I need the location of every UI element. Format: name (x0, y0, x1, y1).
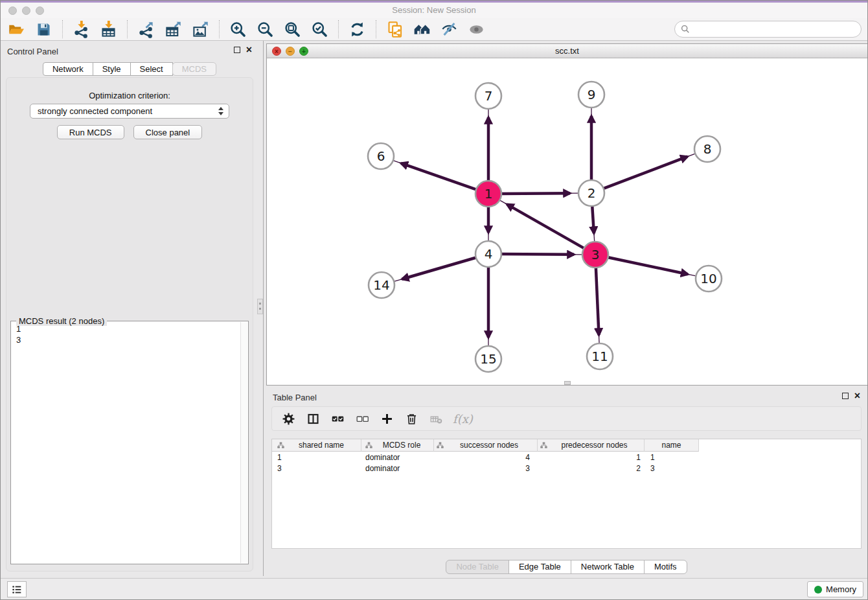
import-network-button[interactable] (69, 19, 93, 39)
open-session-button[interactable] (5, 19, 29, 39)
graph-edge[interactable] (596, 266, 599, 335)
function-builder-icon-disabled: f(x) (453, 412, 473, 426)
delete-row-icon[interactable] (404, 411, 419, 426)
table-browser-tabs: Node Table Edge Table Network Table Moti… (266, 560, 867, 574)
graph-node-label: 11 (591, 349, 608, 364)
toolbar-separator (219, 20, 220, 38)
split-view-icon[interactable] (305, 411, 321, 426)
refresh-view-button[interactable] (345, 19, 369, 39)
float-table-panel-icon[interactable] (842, 393, 849, 399)
table-cell[interactable]: 1 (272, 453, 361, 462)
show-panels-button[interactable] (464, 19, 488, 39)
optimization-criterion-label: Optimization criterion: (6, 91, 253, 100)
control-panel-tabs: Network Style Select MCDS (1, 62, 258, 76)
table-header-row: shared name MCDS role successor nodes pr… (272, 439, 861, 452)
panel-splitter[interactable] (263, 41, 264, 576)
close-panel-button[interactable]: Close panel (133, 125, 203, 139)
tab-motifs[interactable]: Motifs (644, 560, 687, 574)
graph-edge[interactable] (402, 257, 477, 279)
hide-panels-button[interactable] (437, 19, 461, 39)
add-row-icon[interactable] (379, 411, 394, 426)
graph-node-label: 9 (588, 87, 596, 102)
graph-edge[interactable] (592, 205, 594, 233)
tab-edge-table[interactable]: Edge Table (508, 560, 571, 574)
toolbar-separator (376, 20, 376, 38)
graph-edge[interactable] (401, 163, 477, 190)
canvas-splitter-handle[interactable] (564, 381, 571, 385)
table-cell[interactable]: 1 (645, 453, 699, 462)
mcds-result-node: 3 (11, 334, 240, 345)
memory-label: Memory (826, 584, 856, 594)
graph-node-label: 2 (588, 185, 596, 201)
column-header-successor-nodes[interactable]: successor nodes (434, 439, 538, 452)
column-header-name[interactable]: name (645, 439, 699, 452)
home-view-button[interactable] (410, 19, 434, 39)
selected-option-label: strongly connected component (38, 106, 218, 116)
search-input[interactable] (693, 23, 861, 36)
tab-network[interactable]: Network (43, 62, 93, 76)
zoom-selected-button[interactable] (308, 19, 332, 39)
close-panel-icon[interactable]: × (246, 46, 252, 54)
graph-edge[interactable] (602, 157, 687, 189)
export-network-button[interactable] (134, 19, 158, 39)
attribute-icon (540, 442, 547, 449)
table-cell[interactable]: 3 (645, 464, 699, 473)
column-header-predecessor-nodes[interactable]: predecessor nodes (538, 439, 645, 452)
graph-edge[interactable] (500, 254, 574, 255)
control-panel-title: Control Panel (7, 47, 58, 56)
save-session-button[interactable] (32, 19, 56, 39)
table-cell[interactable]: 1 (538, 453, 645, 462)
result-scrollbar[interactable] (240, 322, 247, 563)
table-row[interactable]: 1dominator411 (272, 452, 861, 463)
optimization-criterion-select[interactable]: strongly connected component (30, 104, 229, 119)
control-panel: Control Panel × Network Style Select MCD… (1, 41, 258, 578)
application-window: Session: New Session (0, 0, 868, 600)
search-field[interactable] (674, 21, 862, 38)
panel-splitter-handle[interactable] (257, 299, 263, 314)
graph-edge[interactable] (507, 204, 586, 249)
settings-gear-icon[interactable] (280, 411, 296, 426)
tab-mcds[interactable]: MCDS (172, 62, 216, 76)
memory-status-icon (814, 586, 822, 594)
graph-node-label: 8 (703, 141, 712, 157)
table-toolbar: f(x) (271, 406, 862, 431)
unselect-all-checkboxes-icon[interactable] (354, 411, 370, 426)
attribute-icon (277, 442, 284, 449)
table-cell[interactable]: 2 (538, 464, 645, 473)
tab-style[interactable]: Style (93, 62, 131, 76)
export-image-button[interactable] (188, 19, 212, 39)
table-cell[interactable]: 3 (272, 464, 361, 473)
table-cell[interactable]: dominator (361, 453, 434, 462)
graph-node-label: 6 (377, 148, 385, 164)
search-icon (681, 25, 690, 34)
table-cell[interactable]: 4 (434, 453, 538, 462)
graph-edge[interactable] (500, 193, 570, 194)
tab-node-table[interactable]: Node Table (446, 560, 509, 574)
import-table-button[interactable] (97, 19, 120, 39)
column-header-shared-name[interactable]: shared name (272, 439, 361, 452)
graph-node-label: 4 (485, 246, 493, 262)
run-mcds-button[interactable]: Run MCDS (57, 125, 124, 139)
float-panel-icon[interactable] (234, 47, 240, 53)
export-table-button[interactable] (161, 19, 185, 39)
mcds-tab-content: Optimization criterion: strongly connect… (6, 77, 253, 571)
graph-edge[interactable] (607, 257, 688, 274)
tab-select[interactable]: Select (130, 62, 173, 76)
column-header-mcds-role[interactable]: MCDS role (361, 439, 434, 452)
main-toolbar (1, 18, 867, 41)
table-cell[interactable]: dominator (361, 464, 434, 473)
zoom-fit-button[interactable] (280, 19, 304, 39)
toolbar-separator (62, 20, 63, 38)
network-canvas[interactable]: 1234678910111415 (267, 58, 867, 385)
memory-button[interactable]: Memory (807, 581, 863, 597)
select-all-checkboxes-icon[interactable] (330, 411, 345, 426)
table-cell[interactable]: 3 (434, 464, 538, 473)
table-row[interactable]: 3dominator323 (272, 463, 861, 474)
task-history-button[interactable] (7, 581, 27, 597)
node-table: shared name MCDS role successor nodes pr… (271, 439, 862, 549)
zoom-in-button[interactable] (226, 19, 250, 39)
close-table-panel-icon[interactable]: × (854, 392, 860, 400)
clone-network-button[interactable] (383, 19, 407, 39)
zoom-out-button[interactable] (253, 19, 277, 39)
tab-network-table[interactable]: Network Table (571, 560, 645, 574)
